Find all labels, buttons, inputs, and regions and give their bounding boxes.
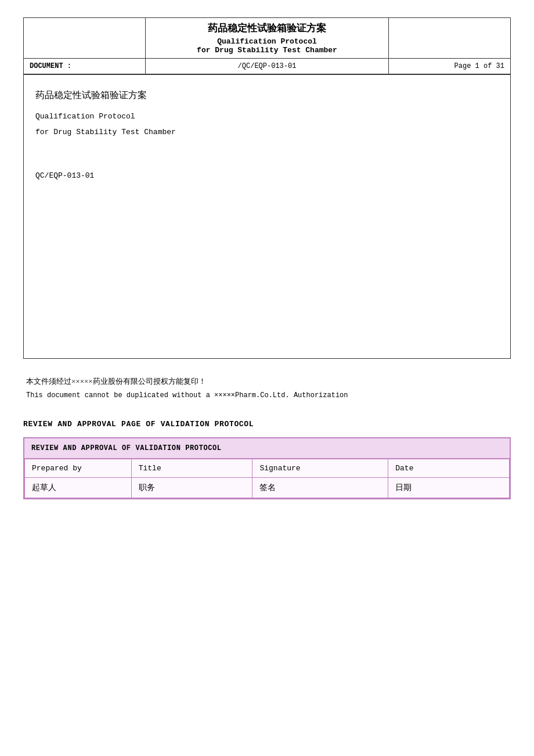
header-right-empty [389,18,511,59]
header-title-cell: 药品稳定性试验箱验证方案 Qualification Protocol for … [145,18,389,59]
approval-table: Prepared by Title Signature Date 起草人 职务 … [24,459,510,498]
col-prepared-zh: 起草人 [25,478,132,498]
header-page-info: Page 1 of 31 [454,62,504,70]
approval-table-wrapper: REVIEW AND APPROVAL OF VALIDATION PROTOC… [23,437,511,499]
content-title-zh: 药品稳定性试验箱验证方案 [35,89,499,102]
col-prepared-en: Prepared by [25,459,132,478]
col-date-zh: 日期 [388,478,510,498]
content-title-en2: for Drug Stability Test Chamber [35,128,499,136]
col-title-en: Title [131,459,252,478]
header-left-empty [24,18,146,59]
header-title-en-line2: for Drug Stability Test Chamber [151,46,383,55]
header-doc-label: DOCUMENT : [30,62,71,70]
header-page-cell: Page 1 of 31 [389,59,511,74]
col-title-zh: 职务 [131,478,252,498]
header-title-en-line1: Qualification Protocol [151,37,383,46]
approval-row-en: Prepared by Title Signature Date [25,459,510,478]
content-box: 药品稳定性试验箱验证方案 Qualification Protocol for … [23,74,511,359]
header-table: 药品稳定性试验箱验证方案 Qualification Protocol for … [23,17,511,74]
header-title-zh: 药品稳定性试验箱验证方案 [151,21,383,35]
content-title-en1: Qualification Protocol [35,112,499,121]
header-doc-number-cell: /QC/EQP-013-01 [145,59,389,74]
review-heading: REVIEW AND APPROVAL PAGE OF VALIDATION P… [23,420,511,429]
footer-note-en: This document cannot be duplicated witho… [26,391,508,399]
content-doc-number: QC/EQP-013-01 [35,171,499,180]
footer-note-zh: 本文件须经过×××××药业股份有限公司授权方能复印！ [26,376,508,387]
col-signature-en: Signature [252,459,388,478]
header-doc-label-cell: DOCUMENT : [24,59,146,74]
approval-row-zh: 起草人 职务 签名 日期 [25,478,510,498]
col-date-en: Date [388,459,510,478]
col-signature-zh: 签名 [252,478,388,498]
page: 药品稳定性试验箱验证方案 Qualification Protocol for … [0,0,534,756]
footer-notes: 本文件须经过×××××药业股份有限公司授权方能复印！ This document… [23,376,511,399]
approval-table-header: REVIEW AND APPROVAL OF VALIDATION PROTOC… [24,438,510,459]
header-doc-number: /QC/EQP-013-01 [238,62,297,70]
